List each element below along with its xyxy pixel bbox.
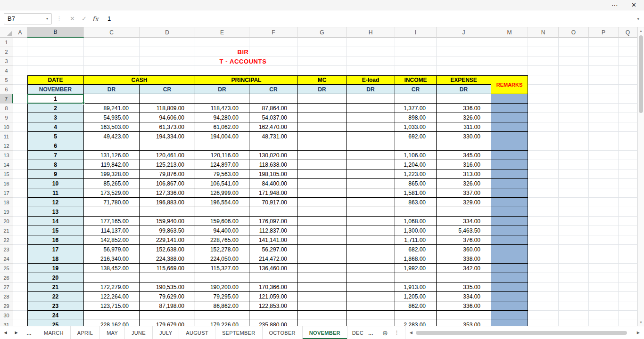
subheader-cell-B6[interactable]: NOVEMBER [27, 85, 84, 94]
cell-G21[interactable] [298, 226, 347, 235]
row-header-2[interactable]: 2 [0, 47, 13, 56]
cell-C16[interactable]: 85,265.00 [84, 179, 140, 188]
cell-G28[interactable] [298, 292, 347, 301]
cell-I13[interactable]: 1,106.00 [395, 151, 437, 160]
cell-D27[interactable]: 190,535.00 [140, 282, 195, 292]
cell-M25[interactable] [491, 264, 528, 273]
cell-M15[interactable] [491, 170, 528, 179]
horizontal-scrollbar-thumb[interactable] [416, 331, 627, 335]
cell-D11[interactable]: 194,334.00 [140, 132, 195, 141]
cell-H17[interactable] [347, 188, 395, 198]
column-header-Q[interactable]: Q [619, 27, 637, 38]
cell-G11[interactable] [298, 132, 347, 141]
cell-D30[interactable] [140, 311, 195, 320]
cell-C17[interactable]: 173,529.00 [84, 188, 140, 198]
cell-F19[interactable] [249, 207, 298, 217]
header-cell-e-load[interactable]: E-load [347, 75, 395, 85]
row-header-1[interactable]: 1 [0, 38, 13, 47]
cell-H24[interactable] [347, 254, 395, 264]
cell-J25[interactable]: 342.00 [437, 264, 491, 273]
cell-H13[interactable] [347, 151, 395, 160]
cell-B10[interactable]: 4 [27, 122, 84, 132]
column-header-E[interactable]: E [195, 27, 249, 38]
row-header-16[interactable]: 16 [0, 179, 13, 188]
cell-I18[interactable]: 863.00 [395, 198, 437, 207]
cell-C28[interactable]: 122,264.00 [84, 292, 140, 301]
chevron-down-icon[interactable]: ▾ [46, 16, 48, 21]
header-cell-cash[interactable]: CASH [84, 75, 195, 85]
cell-B15[interactable]: 9 [27, 170, 84, 179]
fill-handle[interactable] [82, 102, 85, 105]
cell-B31[interactable]: 25 [27, 320, 84, 326]
cell-C20[interactable]: 177,165.00 [84, 217, 140, 226]
subheader-cell-D6[interactable]: CR [140, 85, 195, 94]
vertical-scrollbar[interactable]: ▲ ▼ [637, 27, 644, 326]
cell-E31[interactable]: 179,226.00 [195, 320, 249, 326]
cell-E12[interactable] [195, 141, 249, 151]
row-header-12[interactable]: 12 [0, 141, 13, 151]
cell-B18[interactable]: 12 [27, 198, 84, 207]
cell-F23[interactable]: 56,297.00 [249, 245, 298, 254]
column-header-H[interactable]: H [347, 27, 395, 38]
sheet-tab-july[interactable]: JULY [153, 326, 179, 339]
cell-E17[interactable]: 126,999.00 [195, 188, 249, 198]
cell-H27[interactable] [347, 282, 395, 292]
row-header-26[interactable]: 26 [0, 273, 13, 282]
cell-M16[interactable] [491, 179, 528, 188]
subheader-cell-H6[interactable]: DR [347, 85, 395, 94]
cell-C11[interactable]: 49,423.00 [84, 132, 140, 141]
cell-F12[interactable] [249, 141, 298, 151]
cell-C29[interactable]: 123,715.00 [84, 301, 140, 311]
cell-G24[interactable] [298, 254, 347, 264]
cell-E14[interactable]: 124,897.00 [195, 160, 249, 170]
cell-G29[interactable] [298, 301, 347, 311]
cell-J8[interactable]: 336.00 [437, 104, 491, 113]
insert-function-icon[interactable]: fx [92, 15, 99, 23]
cell-E27[interactable]: 190,200.00 [195, 282, 249, 292]
cell-I19[interactable] [395, 207, 437, 217]
row-header-21[interactable]: 21 [0, 226, 13, 235]
cell-B17[interactable]: 11 [27, 188, 84, 198]
cell-J31[interactable]: 353.00 [437, 320, 491, 326]
sheet-menu-button[interactable]: ⋮ [392, 326, 402, 339]
cell-G14[interactable] [298, 160, 347, 170]
tabs-scroll-left-button[interactable]: ◀ [0, 326, 11, 339]
cell-E19[interactable] [195, 207, 249, 217]
cell-B12[interactable]: 6 [27, 141, 84, 151]
cell-I29[interactable]: 862.00 [395, 301, 437, 311]
cell-B20[interactable]: 14 [27, 217, 84, 226]
cell-J12[interactable] [437, 141, 491, 151]
sheet-tab-may[interactable]: MAY [100, 326, 125, 339]
cell-J20[interactable]: 334.00 [437, 217, 491, 226]
cell-M17[interactable] [491, 188, 528, 198]
subheader-cell-J6[interactable]: DR [437, 85, 491, 94]
cell-I28[interactable]: 1,205.00 [395, 292, 437, 301]
cell-E22[interactable]: 228,765.00 [195, 235, 249, 245]
tabs-overflow-left[interactable]: … [22, 326, 37, 339]
column-header-B[interactable]: B [27, 27, 84, 38]
cell-J28[interactable]: 334.00 [437, 292, 491, 301]
cell-H10[interactable] [347, 122, 395, 132]
cell-F27[interactable]: 170,366.00 [249, 282, 298, 292]
column-header-N[interactable]: N [528, 27, 559, 38]
row-header-28[interactable]: 28 [0, 292, 13, 301]
row-header-31[interactable]: 31 [0, 320, 13, 326]
cell-M10[interactable] [491, 122, 528, 132]
cell-J29[interactable]: 336.00 [437, 301, 491, 311]
cell-F8[interactable]: 87,864.00 [249, 104, 298, 113]
cell-M23[interactable] [491, 245, 528, 254]
cell-C7[interactable] [84, 94, 140, 104]
scroll-up-arrow[interactable]: ▲ [638, 27, 644, 34]
cell-E21[interactable]: 94,400.00 [195, 226, 249, 235]
cell-D20[interactable]: 159,940.00 [140, 217, 195, 226]
column-header-D[interactable]: D [140, 27, 195, 38]
cell-B29[interactable]: 23 [27, 301, 84, 311]
cell-E23[interactable]: 152,278.00 [195, 245, 249, 254]
cell-J9[interactable]: 326.00 [437, 113, 491, 122]
row-header-6[interactable]: 6 [0, 85, 13, 94]
subheader-cell-I6[interactable]: CR [395, 85, 437, 94]
cell-I23[interactable]: 682.00 [395, 245, 437, 254]
cell-J15[interactable]: 313.00 [437, 170, 491, 179]
header-cell-mc[interactable]: MC [298, 75, 347, 85]
cell-J21[interactable]: 5,463.50 [437, 226, 491, 235]
